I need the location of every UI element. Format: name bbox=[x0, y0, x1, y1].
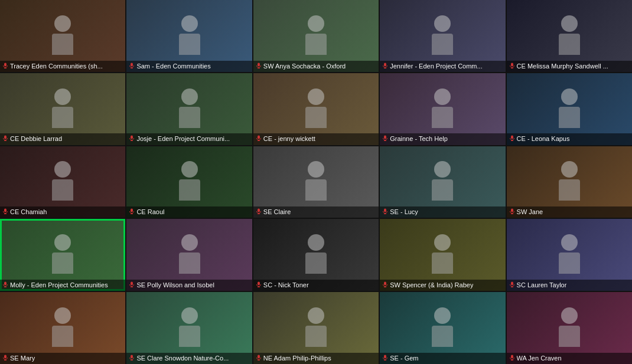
participant-cell-4[interactable]: Jennifer - Eden Project Comm... bbox=[380, 0, 505, 72]
participant-label-1: Tracey Eden Communities (sh... bbox=[0, 61, 125, 72]
participant-cell-16[interactable]: Molly - Eden Project Communities bbox=[0, 219, 125, 291]
participant-name: CE Chamiah bbox=[10, 208, 47, 216]
svg-rect-21 bbox=[258, 136, 260, 139]
participant-cell-5[interactable]: CE Melissa Murphy Sandwell ... bbox=[507, 0, 632, 72]
svg-rect-9 bbox=[384, 63, 386, 66]
participant-cell-22[interactable]: SE Clare Snowdon Nature-Co... bbox=[126, 292, 252, 364]
participant-name: CE - jenny wickett bbox=[263, 135, 315, 143]
participant-label-3: SW Anya Sochacka - Oxford bbox=[253, 61, 379, 72]
svg-rect-45 bbox=[4, 281, 6, 285]
participant-cell-7[interactable]: Josje - Eden Project Communi... bbox=[126, 73, 252, 145]
participant-cell-8[interactable]: CE - jenny wickett bbox=[253, 73, 379, 145]
svg-rect-54 bbox=[384, 281, 386, 285]
participant-name: SE - Gem bbox=[390, 354, 418, 362]
muted-mic-icon bbox=[256, 135, 262, 143]
participant-cell-11[interactable]: CE Chamiah bbox=[0, 146, 125, 218]
participant-label-21: SE Mary bbox=[0, 353, 125, 364]
participant-name: CE Debbie Larrad bbox=[10, 135, 62, 143]
participant-name: Jennifer - Eden Project Comm... bbox=[390, 62, 483, 70]
svg-rect-27 bbox=[511, 136, 513, 139]
participant-name: Molly - Eden Project Communities bbox=[10, 281, 108, 289]
muted-mic-icon bbox=[129, 135, 135, 143]
participant-label-11: CE Chamiah bbox=[0, 206, 125, 218]
participant-label-18: SC - Nick Toner bbox=[253, 280, 379, 291]
participant-label-15: SW Jane bbox=[507, 206, 632, 218]
svg-rect-42 bbox=[511, 209, 513, 212]
participant-cell-13[interactable]: SE Claire bbox=[253, 146, 379, 218]
participant-label-17: SE Polly Wilson and Isobel bbox=[126, 280, 252, 291]
muted-mic-icon bbox=[256, 281, 262, 289]
participant-cell-23[interactable]: NE Adam Philip-Phillips bbox=[253, 292, 379, 364]
participant-label-22: SE Clare Snowdon Nature-Co... bbox=[126, 353, 252, 364]
participant-name: SW Anya Sochacka - Oxford bbox=[263, 62, 346, 70]
participant-cell-25[interactable]: WA Jen Craven bbox=[507, 292, 632, 364]
participant-cell-15[interactable]: SW Jane bbox=[507, 146, 632, 218]
muted-mic-icon bbox=[129, 354, 135, 362]
muted-mic-icon bbox=[2, 208, 8, 216]
svg-rect-63 bbox=[131, 355, 133, 358]
participant-cell-14[interactable]: SE - Lucy bbox=[380, 146, 505, 218]
muted-mic-icon bbox=[2, 281, 8, 289]
svg-rect-0 bbox=[4, 63, 6, 66]
muted-mic-icon bbox=[382, 208, 388, 216]
muted-mic-icon bbox=[382, 62, 388, 70]
svg-rect-30 bbox=[4, 209, 6, 212]
participant-cell-1[interactable]: Tracey Eden Communities (sh... bbox=[0, 0, 125, 72]
participant-name: SC Lauren Taylor bbox=[517, 281, 567, 289]
svg-rect-18 bbox=[131, 136, 133, 139]
participant-label-19: SW Spencer (& India) Rabey bbox=[380, 280, 505, 291]
muted-mic-icon bbox=[2, 354, 8, 362]
muted-mic-icon bbox=[256, 208, 262, 216]
participant-name: SE Polly Wilson and Isobel bbox=[136, 281, 214, 289]
muted-mic-icon bbox=[509, 208, 515, 216]
participant-cell-21[interactable]: SE Mary bbox=[0, 292, 125, 364]
participant-name: Tracey Eden Communities (sh... bbox=[10, 62, 103, 70]
muted-mic-icon bbox=[509, 281, 515, 289]
svg-rect-69 bbox=[384, 355, 386, 358]
participant-label-20: SC Lauren Taylor bbox=[507, 280, 632, 291]
participant-cell-10[interactable]: CE - Leona Kapus bbox=[507, 73, 632, 145]
participant-cell-6[interactable]: CE Debbie Larrad bbox=[0, 73, 125, 145]
participant-label-2: Sam - Eden Communities bbox=[126, 61, 252, 72]
participant-name: SE - Lucy bbox=[390, 208, 418, 216]
svg-rect-57 bbox=[511, 281, 513, 285]
muted-mic-icon bbox=[129, 281, 135, 289]
participant-cell-3[interactable]: SW Anya Sochacka - Oxford bbox=[253, 0, 379, 72]
participant-cell-24[interactable]: SE - Gem bbox=[380, 292, 505, 364]
participant-name: SC - Nick Toner bbox=[263, 281, 309, 289]
participant-cell-18[interactable]: SC - Nick Toner bbox=[253, 219, 379, 291]
participant-cell-2[interactable]: Sam - Eden Communities bbox=[126, 0, 252, 72]
svg-rect-60 bbox=[4, 355, 6, 358]
muted-mic-icon bbox=[382, 135, 388, 143]
participant-label-16: Molly - Eden Project Communities bbox=[0, 280, 125, 291]
muted-mic-icon bbox=[2, 62, 8, 70]
participant-label-9: Grainne - Tech Help bbox=[380, 133, 505, 145]
participant-label-8: CE - jenny wickett bbox=[253, 133, 379, 145]
participant-name: SE Mary bbox=[10, 354, 35, 362]
svg-rect-72 bbox=[511, 355, 513, 358]
svg-rect-66 bbox=[258, 355, 260, 358]
participant-label-14: SE - Lucy bbox=[380, 206, 505, 218]
muted-mic-icon bbox=[129, 208, 135, 216]
participant-name: SE Claire bbox=[263, 208, 291, 216]
participant-label-25: WA Jen Craven bbox=[507, 353, 632, 364]
participant-label-23: NE Adam Philip-Phillips bbox=[253, 353, 379, 364]
participant-cell-12[interactable]: CE Raoul bbox=[126, 146, 252, 218]
participant-name: Sam - Eden Communities bbox=[136, 62, 210, 70]
participant-label-5: CE Melissa Murphy Sandwell ... bbox=[507, 61, 632, 72]
participant-cell-20[interactable]: SC Lauren Taylor bbox=[507, 219, 632, 291]
muted-mic-icon bbox=[382, 281, 388, 289]
muted-mic-icon bbox=[256, 354, 262, 362]
muted-mic-icon bbox=[382, 354, 388, 362]
muted-mic-icon bbox=[2, 135, 8, 143]
participant-name: SW Spencer (& India) Rabey bbox=[390, 281, 473, 289]
participant-cell-19[interactable]: SW Spencer (& India) Rabey bbox=[380, 219, 505, 291]
participant-cell-9[interactable]: Grainne - Tech Help bbox=[380, 73, 505, 145]
participant-name: WA Jen Craven bbox=[517, 354, 562, 362]
participant-name: SE Clare Snowdon Nature-Co... bbox=[136, 354, 229, 362]
participant-label-6: CE Debbie Larrad bbox=[0, 133, 125, 145]
muted-mic-icon bbox=[509, 354, 515, 362]
participant-label-12: CE Raoul bbox=[126, 206, 252, 218]
participant-cell-17[interactable]: SE Polly Wilson and Isobel bbox=[126, 219, 252, 291]
muted-mic-icon bbox=[509, 135, 515, 143]
